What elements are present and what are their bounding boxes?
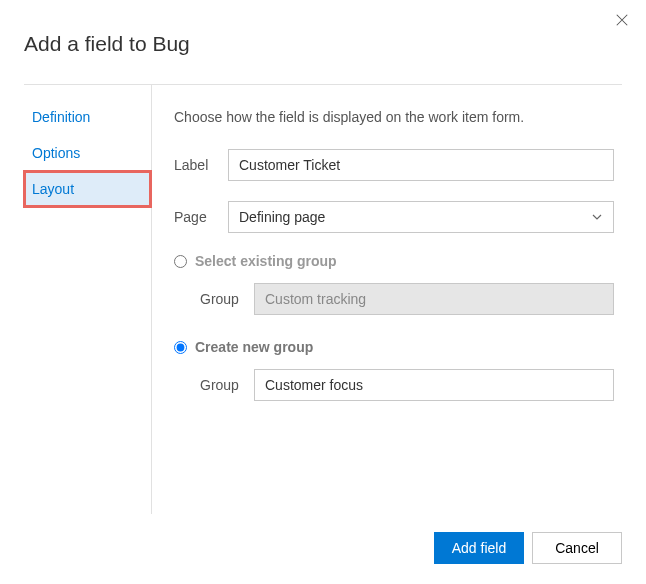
page-field-label: Page bbox=[174, 209, 228, 225]
page-dropdown-value: Defining page bbox=[239, 209, 325, 225]
new-group-label: Group bbox=[200, 377, 254, 393]
layout-description: Choose how the field is displayed on the… bbox=[174, 109, 614, 125]
page-dropdown[interactable]: Defining page bbox=[228, 201, 614, 233]
radio-new-group-input[interactable] bbox=[174, 341, 187, 354]
existing-group-input bbox=[254, 283, 614, 315]
existing-group-label: Group bbox=[200, 291, 254, 307]
close-button[interactable] bbox=[610, 8, 634, 32]
footer: Add field Cancel bbox=[24, 514, 622, 564]
nav-item-layout[interactable]: Layout bbox=[24, 171, 151, 207]
add-field-button[interactable]: Add field bbox=[434, 532, 524, 564]
dialog-title: Add a field to Bug bbox=[24, 32, 622, 56]
close-icon bbox=[615, 13, 629, 27]
label-input[interactable] bbox=[228, 149, 614, 181]
radio-existing-group-input[interactable] bbox=[174, 255, 187, 268]
cancel-button[interactable]: Cancel bbox=[532, 532, 622, 564]
content-panel: Choose how the field is displayed on the… bbox=[152, 85, 622, 514]
radio-new-group-label: Create new group bbox=[195, 339, 313, 355]
new-group-input[interactable] bbox=[254, 369, 614, 401]
sidebar: Definition Options Layout bbox=[24, 85, 152, 514]
radio-new-group[interactable]: Create new group bbox=[174, 339, 614, 355]
nav-item-options[interactable]: Options bbox=[24, 135, 151, 171]
radio-existing-group-label: Select existing group bbox=[195, 253, 337, 269]
nav-item-definition[interactable]: Definition bbox=[24, 99, 151, 135]
chevron-down-icon bbox=[591, 211, 603, 223]
radio-existing-group[interactable]: Select existing group bbox=[174, 253, 614, 269]
label-field-label: Label bbox=[174, 157, 228, 173]
